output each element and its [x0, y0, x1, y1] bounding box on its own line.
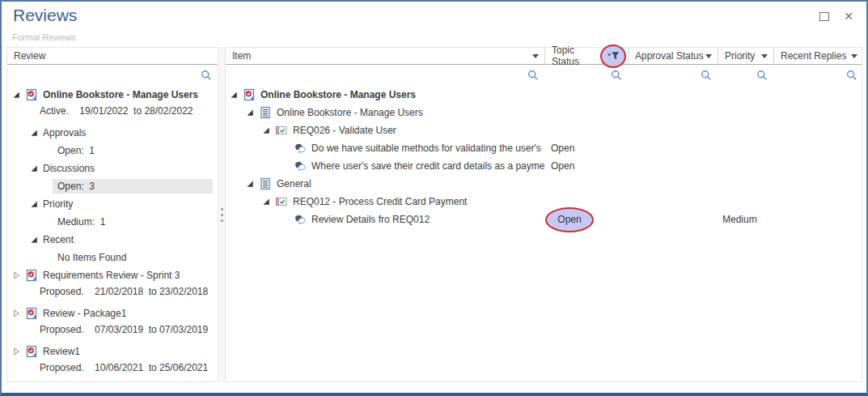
- tree-row-discussion-2[interactable]: Where user's save their credit card deta…: [226, 157, 862, 175]
- column-header-approval-status-label: Approval Status: [635, 50, 704, 62]
- column-header-item[interactable]: Item: [226, 48, 544, 64]
- review-name: Review - Package1: [43, 308, 126, 319]
- tree-row-package[interactable]: Online Bookstore - Manage Users: [226, 104, 862, 121]
- item-label: Do we have suitable methods for validati…: [311, 143, 544, 154]
- collapse-icon[interactable]: [12, 271, 20, 279]
- tree-row-review-4[interactable]: Review1: [7, 343, 218, 360]
- expand-icon[interactable]: [230, 91, 238, 99]
- review-tree: Online Bookstore - Manage Users Active. …: [7, 85, 218, 375]
- search-icon: [756, 70, 768, 81]
- count-label-selected: Open: 3: [53, 179, 213, 194]
- tree-row-review-1[interactable]: Online Bookstore - Manage Users: [7, 86, 218, 104]
- restore-icon: [819, 12, 829, 21]
- review-status-dates: Proposed. 21/02/2018 to 23/02/2018: [7, 284, 218, 299]
- search-icon: [846, 70, 857, 81]
- right-search-row: [226, 65, 862, 85]
- tree-row-req026[interactable]: REQ026 - Validate User: [226, 121, 862, 139]
- requirement-icon: [275, 195, 288, 208]
- approval-status-search-field[interactable]: [628, 65, 718, 85]
- item-tree: Online Bookstore - Manage Users Online B…: [226, 85, 862, 228]
- annotation-circle-topic-filter: [600, 45, 626, 68]
- close-button[interactable]: ✕: [842, 10, 855, 23]
- right-header-row: Item Topic Status Approval Status Priori…: [226, 48, 862, 65]
- review-dates-label: Active. 19/01/2022 to 28/02/2022: [40, 105, 193, 117]
- chevron-down-icon[interactable]: [761, 54, 768, 58]
- column-header-priority[interactable]: Priority: [718, 48, 773, 64]
- collapse-icon[interactable]: [12, 309, 20, 317]
- expand-icon[interactable]: [30, 236, 38, 244]
- expand-icon[interactable]: [246, 109, 254, 117]
- review-icon: [25, 88, 38, 101]
- tree-row-review-2[interactable]: Requirements Review - Sprint 3: [7, 266, 218, 284]
- title-bar: Reviews Formal Reviews ✕: [2, 2, 866, 47]
- review-name: Online Bookstore - Manage Users: [43, 89, 198, 100]
- topic-status-value: Open: [551, 160, 574, 172]
- column-header-recent-replies-label: Recent Replies: [781, 50, 846, 62]
- chevron-down-icon[interactable]: [851, 54, 857, 58]
- panel-splitter[interactable]: [218, 47, 225, 382]
- splitter-grip-dot: [221, 219, 223, 222]
- expand-icon[interactable]: [262, 198, 270, 206]
- tree-row-recent[interactable]: Recent: [7, 231, 218, 249]
- window-controls: ✕: [818, 10, 855, 23]
- column-header-topic-status-label: Topic Status: [552, 45, 600, 67]
- search-icon: [201, 70, 212, 81]
- chevron-down-icon[interactable]: [532, 54, 539, 58]
- annotation-circle-open-status: Open: [545, 207, 594, 232]
- topic-status-value: Open: [557, 214, 581, 225]
- priority-value: Medium: [722, 214, 757, 225]
- tree-row-discussions-open-selected[interactable]: Open: 3: [7, 177, 218, 195]
- empty-label: No Items Found: [53, 250, 213, 265]
- tree-row-req012[interactable]: REQ012 - Process Credit Card Payment: [226, 193, 862, 211]
- group-label: Approvals: [43, 127, 86, 138]
- review-search-field[interactable]: [7, 65, 218, 85]
- column-header-approval-status[interactable]: Approval Status: [628, 48, 718, 64]
- item-panel: Item Topic Status Approval Status Priori…: [225, 47, 862, 382]
- splitter-grip-dot: [221, 214, 223, 216]
- item-label: Online Bookstore - Manage Users: [260, 89, 416, 100]
- review-name: Requirements Review - Sprint 3: [43, 270, 180, 281]
- expand-icon[interactable]: [246, 180, 254, 188]
- review-icon: [25, 307, 38, 320]
- search-icon: [527, 70, 539, 81]
- tree-row-approvals-open[interactable]: Open: 1: [7, 142, 218, 160]
- column-header-review-label: Review: [14, 50, 45, 62]
- expand-icon[interactable]: [30, 200, 38, 208]
- recent-replies-search-field[interactable]: [773, 65, 863, 85]
- column-header-review[interactable]: Review: [7, 48, 218, 64]
- item-label: Online Bookstore - Manage Users: [277, 107, 423, 118]
- item-search-field[interactable]: [226, 65, 544, 85]
- column-header-recent-replies[interactable]: Recent Replies: [773, 48, 863, 64]
- restore-button[interactable]: [818, 10, 831, 23]
- priority-search-field[interactable]: [718, 65, 773, 85]
- expand-icon[interactable]: [30, 164, 38, 172]
- review-dates-label: Proposed. 10/06/2021 to 25/06/2021: [40, 362, 208, 373]
- filter-icon[interactable]: [607, 51, 620, 61]
- expand-icon[interactable]: [262, 126, 270, 134]
- tree-row-general[interactable]: General: [226, 175, 862, 193]
- reviews-window: Reviews Formal Reviews ✕ Review: [0, 0, 868, 396]
- tree-row-priority[interactable]: Priority: [7, 195, 218, 213]
- review-panel: Review Online Bookstore - Manage Users A…: [6, 47, 218, 382]
- group-label: Discussions: [43, 163, 95, 174]
- discussion-icon: [294, 213, 307, 226]
- group-label: Priority: [43, 198, 73, 210]
- review-icon: [25, 345, 38, 358]
- tree-row-discussion-3[interactable]: Review Details fro REQ012 Open Medium: [226, 211, 862, 228]
- expand-icon[interactable]: [12, 91, 20, 99]
- tree-row-root-review[interactable]: Online Bookstore - Manage Users: [226, 86, 862, 104]
- collapse-icon[interactable]: [12, 347, 20, 356]
- column-header-topic-status[interactable]: Topic Status: [544, 48, 628, 64]
- count-label: Open: 1: [53, 143, 213, 158]
- expand-icon[interactable]: [30, 129, 38, 137]
- tree-row-discussion-1[interactable]: Do we have suitable methods for validati…: [226, 139, 862, 157]
- chevron-down-icon[interactable]: [705, 54, 712, 58]
- tree-row-approvals[interactable]: Approvals: [7, 124, 218, 142]
- topic-status-search-field[interactable]: [544, 65, 628, 85]
- tree-row-priority-medium[interactable]: Medium: 1: [7, 213, 218, 231]
- discussion-icon: [294, 142, 307, 155]
- item-label: REQ012 - Process Credit Card Payment: [293, 196, 467, 207]
- tree-row-discussions[interactable]: Discussions: [7, 160, 218, 177]
- tree-row-review-3[interactable]: Review - Package1: [7, 304, 218, 322]
- review-icon: [25, 269, 38, 282]
